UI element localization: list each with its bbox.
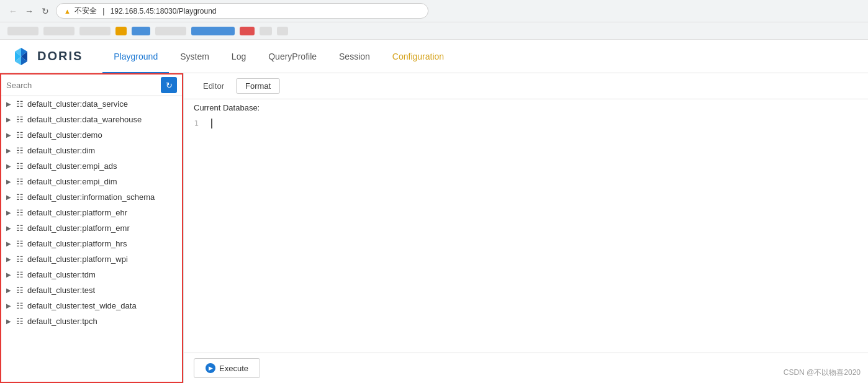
db-icon: ☷ (16, 208, 24, 217)
db-icon: ☷ (16, 161, 24, 171)
chevron-right-icon: ▶ (6, 256, 12, 263)
db-name: default_cluster:empi_ads (27, 161, 117, 171)
browser-bar: ← → ↻ ▲ 不安全 | 192.168.5.45:18030/Playgro… (0, 0, 868, 22)
db-name: default_cluster:demo (27, 130, 102, 140)
db-item-3[interactable]: ▶ ☷ default_cluster:dim (1, 143, 182, 158)
doris-logo-icon (10, 45, 32, 68)
editor-area: Editor Format Current Database: 1 ▶ Exec… (183, 73, 868, 383)
bookmark-6[interactable] (155, 27, 186, 35)
refresh-btn[interactable]: ↻ (40, 6, 51, 17)
editor-tabs: Editor Format (184, 73, 868, 99)
db-icon: ☷ (16, 239, 24, 248)
chevron-right-icon: ▶ (6, 318, 12, 325)
code-content[interactable] (206, 119, 868, 350)
db-item-9[interactable]: ▶ ☷ default_cluster:platform_hrs (1, 236, 182, 251)
db-item-6[interactable]: ▶ ☷ default_cluster:information_schema (1, 189, 182, 205)
chevron-right-icon: ▶ (6, 287, 12, 294)
address-bar[interactable]: ▲ 不安全 | 192.168.5.45:18030/Playground (56, 3, 428, 19)
bookmark-8[interactable] (240, 27, 255, 35)
bookmark-3[interactable] (79, 27, 111, 35)
play-icon: ▶ (206, 363, 215, 373)
db-item-11[interactable]: ▶ ☷ default_cluster:tdm (1, 267, 182, 282)
current-db-label: Current Database: (184, 99, 868, 116)
bookmarks-bar (0, 22, 868, 40)
execute-label: Execute (219, 364, 248, 373)
chevron-right-icon: ▶ (6, 116, 12, 123)
nav-tab-log[interactable]: Log (220, 40, 257, 73)
nav-tab-session[interactable]: Session (328, 40, 381, 73)
back-btn[interactable]: ← (7, 6, 19, 17)
bookmark-4[interactable] (115, 27, 127, 35)
db-item-12[interactable]: ▶ ☷ default_cluster:test (1, 282, 182, 298)
tab-format[interactable]: Format (236, 78, 280, 94)
address-separator: | (101, 7, 107, 16)
db-name: default_cluster:platform_hrs (27, 239, 127, 248)
db-icon: ☷ (16, 270, 24, 279)
db-icon: ☷ (16, 255, 24, 264)
nav-tab-queryprofile[interactable]: QueryProfile (257, 40, 328, 73)
db-icon: ☷ (16, 177, 24, 186)
logo: DORIS (10, 45, 83, 68)
chevron-right-icon: ▶ (6, 194, 12, 201)
cursor (211, 119, 212, 128)
chevron-right-icon: ▶ (6, 225, 12, 232)
bookmark-7[interactable] (191, 27, 235, 35)
db-item-13[interactable]: ▶ ☷ default_cluster:test_wide_data (1, 298, 182, 313)
db-name: default_cluster:empi_dim (27, 177, 117, 186)
execute-button[interactable]: ▶ Execute (194, 358, 260, 378)
db-icon: ☷ (16, 223, 24, 233)
db-name: default_cluster:tpch (27, 317, 97, 326)
bookmark-1[interactable] (7, 27, 38, 35)
app-header: DORIS Playground System Log QueryProfile… (0, 40, 868, 73)
chevron-right-icon: ▶ (6, 271, 12, 278)
db-name: default_cluster:dim (27, 146, 95, 155)
search-input[interactable] (6, 81, 158, 90)
db-icon: ☷ (16, 286, 24, 295)
chevron-right-icon: ▶ (6, 302, 12, 309)
db-name: default_cluster:platform_emr (27, 223, 130, 233)
nav-tab-system[interactable]: System (169, 40, 220, 73)
bookmark-2[interactable] (43, 27, 75, 35)
address-text: 不安全 (75, 6, 97, 16)
db-item-14[interactable]: ▶ ☷ default_cluster:tpch (1, 313, 182, 329)
line-numbers: 1 (184, 119, 206, 350)
sidebar: ↻ ▶ ☷ default_cluster:data_service ▶ ☷ d… (0, 73, 183, 383)
db-icon: ☷ (16, 146, 24, 155)
db-item-0[interactable]: ▶ ☷ default_cluster:data_service (1, 96, 182, 112)
db-icon: ☷ (16, 99, 24, 109)
db-name: default_cluster:tdm (27, 270, 96, 279)
bookmark-9[interactable] (260, 27, 272, 35)
code-editor[interactable]: 1 (184, 116, 868, 353)
chevron-right-icon: ▶ (6, 147, 12, 154)
db-item-4[interactable]: ▶ ☷ default_cluster:empi_ads (1, 158, 182, 174)
nav-tab-configuration[interactable]: Configuration (381, 40, 455, 73)
db-icon: ☷ (16, 192, 24, 202)
security-warning-icon: ▲ (64, 7, 71, 15)
db-name: default_cluster:platform_ehr (27, 208, 127, 217)
db-item-7[interactable]: ▶ ☷ default_cluster:platform_ehr (1, 205, 182, 220)
search-button[interactable]: ↻ (161, 77, 177, 93)
db-item-5[interactable]: ▶ ☷ default_cluster:empi_dim (1, 174, 182, 189)
search-bar: ↻ (1, 74, 182, 96)
nav-tab-playground[interactable]: Playground (102, 40, 169, 73)
db-name: default_cluster:test_wide_data (27, 301, 137, 310)
address-url: 192.168.5.45:18030/Playground (111, 7, 217, 16)
chevron-right-icon: ▶ (6, 163, 12, 169)
db-item-10[interactable]: ▶ ☷ default_cluster:platform_wpi (1, 251, 182, 267)
db-name: default_cluster:test (27, 286, 95, 295)
db-icon: ☷ (16, 115, 24, 124)
execute-bar: ▶ Execute (184, 353, 868, 383)
main-nav: Playground System Log QueryProfile Sessi… (102, 40, 455, 73)
chevron-right-icon: ▶ (6, 101, 12, 107)
chevron-right-icon: ▶ (6, 178, 12, 185)
db-name: default_cluster:platform_wpi (27, 255, 128, 264)
db-item-2[interactable]: ▶ ☷ default_cluster:demo (1, 127, 182, 143)
bookmark-10[interactable] (277, 27, 288, 35)
db-icon: ☷ (16, 130, 24, 140)
tab-editor[interactable]: Editor (194, 78, 233, 94)
main-layout: ↻ ▶ ☷ default_cluster:data_service ▶ ☷ d… (0, 73, 868, 383)
db-item-1[interactable]: ▶ ☷ default_cluster:data_warehouse (1, 112, 182, 127)
db-item-8[interactable]: ▶ ☷ default_cluster:platform_emr (1, 220, 182, 236)
forward-btn[interactable]: → (24, 6, 35, 17)
bookmark-5[interactable] (132, 27, 150, 35)
